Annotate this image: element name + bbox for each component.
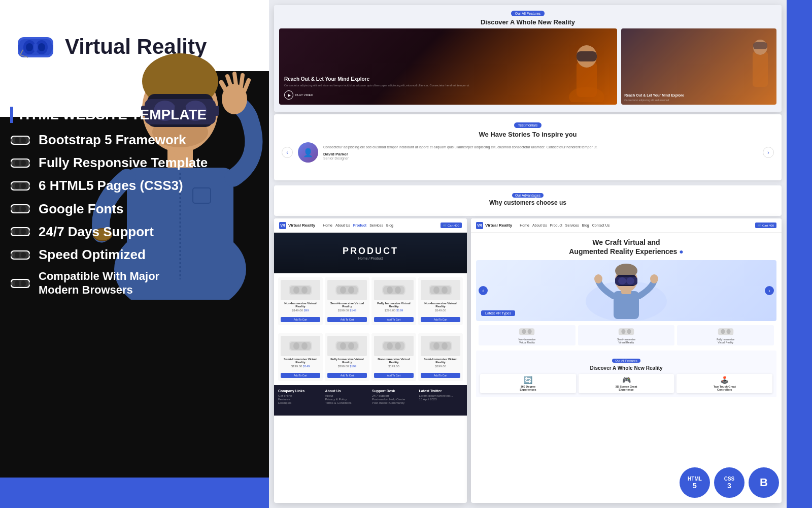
footer-link-5[interactable]: Privacy & Policy [325, 398, 369, 401]
nav-product[interactable]: Product [353, 224, 366, 227]
nav-home[interactable]: Home [323, 224, 332, 227]
product-nav-brand: VR Virtual Reality [279, 222, 315, 229]
product-name-2: Semi-Immersive Virtual Reality [327, 302, 367, 308]
add-to-cart-1[interactable]: Add To Cart [281, 317, 320, 322]
footer-link-1[interactable]: Get online [278, 394, 322, 397]
right-panel: Our All Features Discover A Whole New Re… [269, 0, 812, 508]
vr-nav-about[interactable]: About Us [532, 224, 547, 227]
svg-rect-44 [11, 230, 13, 233]
discover-features-row: 🔄 360 DegreeExperiences 🎮 3D Screen Grea… [480, 374, 772, 393]
testimonials-badge: Testimonials [514, 122, 542, 128]
footer-link-9[interactable]: Post-market Community [372, 401, 416, 404]
svg-rect-45 [28, 230, 30, 233]
footer-link-2[interactable]: Features [278, 398, 322, 401]
svg-point-108 [301, 342, 308, 350]
feature-list: HTML WEBSITE TEMPLATE Bootstrap 5 Framew… [0, 99, 269, 309]
vr-products-prev[interactable]: ‹ [479, 286, 488, 295]
product-nav-logo: VR [279, 222, 286, 229]
svg-point-42 [21, 229, 26, 235]
feature-360: 🔄 360 DegreeExperiences [480, 374, 576, 393]
feature-responsive-text: Fully Responsive Template [39, 155, 208, 171]
feature-html5-text: 6 HTML5 Pages (CSS3) [39, 178, 183, 194]
vr-nav-home[interactable]: Home [520, 224, 529, 227]
svg-rect-24 [28, 162, 30, 165]
svg-rect-88 [753, 42, 767, 49]
svg-rect-51 [11, 253, 13, 257]
svg-point-41 [15, 229, 20, 235]
svg-point-100 [395, 287, 401, 294]
vr-nav-contact[interactable]: Contact Us [592, 224, 610, 227]
svg-point-112 [348, 342, 354, 350]
tech-badges: HTML 5 CSS 3 B [680, 467, 779, 498]
vr-products-next[interactable]: › [765, 286, 774, 295]
add-to-cart-7[interactable]: Add To Cart [374, 373, 414, 378]
svg-point-7 [26, 43, 33, 51]
svg-rect-118 [430, 342, 451, 350]
hero-slide-main: Reach Out & Let Your Mind Explore Consec… [279, 28, 617, 105]
testimonial-content: Consectetur adipiscing elit sed eiusmod … [323, 145, 758, 161]
vr-nav-services[interactable]: Services [565, 224, 579, 227]
hero-slide-title: Reach Out & Let Your Mind Explore [284, 76, 612, 82]
vr-icon-html5 [10, 179, 30, 193]
play-video-btn[interactable]: ▶ PLAY VIDEO [284, 90, 612, 100]
testimonial-prev-arrow[interactable]: ‹ [282, 147, 293, 158]
vr-nav-blog[interactable]: Blog [582, 224, 589, 227]
svg-point-21 [21, 160, 26, 166]
product-name-8: Semi-Immersive Virtual Reality [421, 358, 460, 364]
vr-icon-responsive [10, 156, 30, 170]
product-name-4: Non-Immersive Virtual Reality [421, 302, 460, 308]
add-to-cart-2[interactable]: Add To Cart [327, 317, 367, 322]
product-name-7: Non-Immersive Virtual Reality [374, 358, 414, 364]
footer-col-3: Support Desk 24/7 support Post-market He… [372, 389, 416, 411]
product-grid-row1: Non-Immersive Virtual Reality $149.00 $9… [274, 273, 467, 329]
testimonial-next-arrow[interactable]: › [763, 147, 774, 158]
add-to-cart-3[interactable]: Add To Cart [374, 317, 414, 322]
svg-rect-86 [753, 51, 768, 87]
vr-cart-btn[interactable]: 🛒 Cart 400 [755, 223, 776, 228]
svg-point-136 [621, 329, 625, 334]
latest-vr-badge[interactable]: Latest VR Types [481, 310, 515, 316]
cart-btn[interactable]: 🛒 Cart 400 [441, 223, 462, 228]
svg-point-34 [15, 206, 20, 212]
product-img-2 [327, 280, 367, 300]
svg-rect-16 [11, 139, 13, 142]
product-img-6 [327, 336, 367, 356]
discover-bottom-title: Discover A Whole New Reality [480, 365, 772, 371]
footer-link-7[interactable]: 24/7 support [372, 394, 416, 397]
svg-line-76 [241, 75, 243, 86]
product-img-4 [421, 280, 460, 300]
vr-nav-product[interactable]: Product [550, 224, 562, 227]
svg-point-13 [15, 137, 20, 143]
svg-line-74 [227, 76, 231, 86]
svg-point-56 [21, 280, 26, 287]
product-breadcrumb: Home / Product [358, 257, 383, 260]
footer-col-4: Latest Twitter Lorem ipsum tweet text...… [419, 389, 463, 411]
nav-blog[interactable]: Blog [386, 224, 393, 227]
vr-icon-bootstrap [10, 134, 30, 147]
add-to-cart-4[interactable]: Add To Cart [421, 317, 460, 322]
svg-point-35 [21, 206, 26, 212]
nav-services[interactable]: Services [369, 224, 383, 227]
nav-about[interactable]: About Us [335, 224, 350, 227]
product-name-3: Fully Immersive Virtual Reality [374, 302, 414, 308]
add-to-cart-5[interactable]: Add To Cart [281, 373, 320, 378]
footer-link-6[interactable]: Terms & Conditions [325, 401, 369, 404]
svg-point-133 [522, 329, 526, 334]
add-to-cart-8[interactable]: Add To Cart [421, 373, 460, 378]
svg-rect-132 [519, 329, 534, 336]
blue-accent-bar [0, 478, 269, 508]
svg-rect-29 [19, 184, 21, 187]
add-to-cart-6[interactable]: Add To Cart [327, 373, 367, 378]
svg-rect-52 [28, 253, 30, 257]
product-img-5 [281, 336, 320, 356]
why-title: Why customers choose us [282, 199, 774, 206]
testimonial-row: ‹ 👤 Consectetur adipiscing elit sed eius… [282, 142, 774, 163]
vr-site-nav: VR Virtual Reality Home About Us Product… [471, 218, 782, 233]
svg-rect-58 [11, 282, 13, 285]
footer-link-8[interactable]: Post-market Help Center [372, 398, 416, 401]
footer-link-4[interactable]: About [325, 394, 369, 397]
feature-html5: 6 HTML5 Pages (CSS3) [10, 178, 254, 194]
vr-site-heading-container: We Craft Virtual andAugmented Reality Ex… [476, 238, 776, 256]
footer-link-3[interactable]: Examples [278, 401, 322, 404]
svg-rect-57 [19, 282, 21, 285]
